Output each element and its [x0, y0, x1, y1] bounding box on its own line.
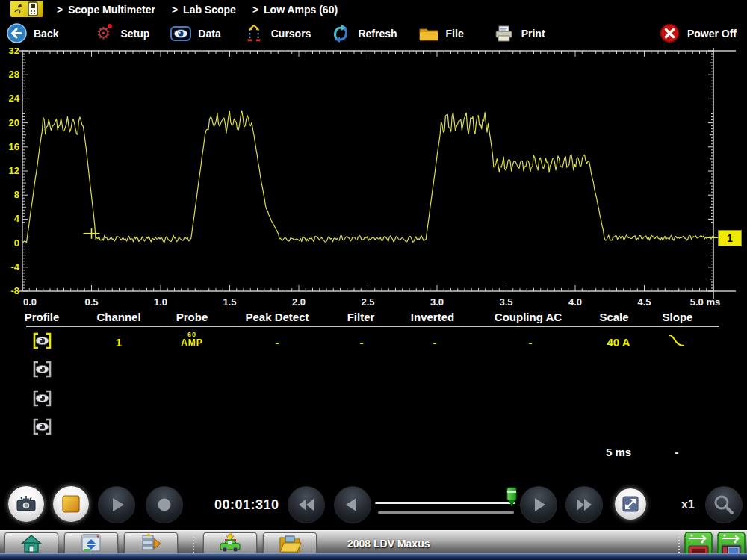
step-forward-button[interactable]	[520, 486, 557, 523]
y-tick-label: 0	[0, 238, 19, 249]
skip-back-button[interactable]	[288, 486, 325, 523]
col-header-channel: Channel	[96, 311, 140, 323]
refresh-loop-icon	[330, 23, 351, 44]
file-label: File	[446, 28, 464, 40]
x-tick-label: 4.0	[568, 296, 582, 308]
sweep-slope-value[interactable]: -	[675, 446, 679, 458]
y-tick-label: 32	[0, 48, 19, 56]
x-tick-label: 4.5	[637, 296, 651, 308]
data-button[interactable]: Data	[170, 23, 220, 44]
handheld-device-icon	[12, 1, 42, 16]
active-vehicle-label[interactable]: 2008 LDV Maxus	[347, 538, 430, 550]
inverted-value[interactable]: -	[433, 336, 437, 349]
x-tick-label: 1.0	[154, 296, 167, 308]
left-triangle-icon	[339, 491, 366, 518]
stop-button[interactable]	[53, 486, 89, 522]
peak-detect-value[interactable]: -	[276, 336, 279, 349]
probe-60amp-badge[interactable]: 60 AMP	[181, 331, 203, 347]
breadcrumb-item: >Scope Multimeter	[57, 4, 155, 16]
sweep-scale-value[interactable]: 5 ms	[606, 446, 631, 458]
back-button[interactable]: Back	[6, 23, 58, 44]
double-left-chevron-icon	[293, 491, 320, 518]
profile-eye-channel-2[interactable]	[32, 361, 52, 378]
taskbar-scope-multimeter-button[interactable]	[64, 532, 118, 555]
slider-track[interactable]	[375, 502, 515, 504]
taskbar-home-button[interactable]	[4, 532, 58, 555]
right-triangle-icon	[525, 491, 552, 518]
breadcrumb-item: >Lab Scope	[172, 4, 236, 16]
file-button[interactable]: File	[418, 23, 464, 44]
folder-icon	[418, 23, 439, 44]
y-tick-label: -8	[0, 286, 19, 296]
data-manager-folder-icon	[278, 533, 302, 554]
slider-track-secondary	[378, 511, 514, 514]
refresh-label: Refresh	[358, 28, 397, 40]
breadcrumb-item: >Low Amps (60)	[252, 4, 338, 16]
taskbar-vehicle-button[interactable]	[203, 532, 257, 555]
channel-settings-table: Profile Channel Probe Peak Detect Filter…	[0, 310, 747, 482]
y-tick-label: 8	[0, 190, 19, 200]
play-button[interactable]	[98, 486, 135, 523]
gear-icon: ⚙	[93, 23, 114, 44]
scope-plot: 322824201612840-4-8 0.00.51.01.52.02.53.…	[0, 48, 747, 310]
timestamp: 00:01:310	[214, 497, 279, 513]
zoom-level-label: x1	[681, 498, 695, 511]
record-button[interactable]	[146, 486, 183, 523]
col-header-filter: Filter	[347, 311, 375, 323]
fast-track-logo[interactable]	[10, 1, 43, 17]
x-tick-label: 3.5	[499, 296, 512, 308]
channel-1-marker[interactable]: 1	[718, 230, 742, 246]
play-icon	[103, 491, 130, 518]
x-tick-label: 0.0	[23, 296, 37, 308]
col-header-coupling: Coupling AC	[495, 311, 562, 323]
position-slider-thumb[interactable]	[506, 487, 518, 508]
scale-value[interactable]: 40 A	[607, 336, 630, 349]
col-header-scale: Scale	[599, 311, 628, 323]
record-circle-icon	[151, 491, 178, 518]
y-tick-label: 4	[0, 214, 19, 224]
back-label: Back	[34, 28, 58, 40]
profile-eye-channel-3[interactable]	[32, 390, 52, 407]
filter-value[interactable]: -	[360, 336, 364, 349]
scope-multimeter-icon	[80, 533, 102, 554]
y-tick-label: 16	[0, 142, 19, 152]
falling-slope-icon[interactable]	[667, 332, 686, 351]
expand-arrows-icon	[621, 494, 640, 514]
back-arrow-icon	[6, 23, 27, 44]
step-back-button[interactable]	[334, 486, 371, 523]
profile-eye-channel-4[interactable]	[32, 418, 52, 435]
taskbar-bottom-strip	[0, 553, 747, 560]
data-label: Data	[198, 28, 220, 40]
x-tick-label: 5.0 ms	[690, 296, 720, 308]
x-tick-label: 1.5	[223, 296, 236, 308]
camera-icon	[15, 494, 37, 514]
table-header-underline	[26, 326, 719, 327]
profile-eye-channel-1-selected[interactable]	[32, 332, 52, 349]
taskbar-scanner-button[interactable]	[124, 532, 178, 555]
taskbar-data-manager-button[interactable]	[263, 532, 317, 555]
magnifier-button[interactable]	[705, 486, 743, 523]
x-tick-label: 3.0	[430, 296, 444, 308]
stop-square-icon	[61, 494, 81, 514]
magnifier-icon	[711, 492, 737, 517]
coupling-value[interactable]: -	[529, 336, 533, 349]
cursors-button[interactable]: Cursors	[244, 23, 311, 44]
power-off-label: Power Off	[687, 28, 737, 40]
refresh-button[interactable]: Refresh	[330, 23, 397, 44]
col-header-profile: Profile	[25, 311, 60, 323]
channel-number: 1	[116, 336, 122, 349]
cursors-label: Cursors	[271, 28, 311, 40]
power-off-button[interactable]: Power Off	[660, 23, 737, 44]
skip-forward-button[interactable]	[565, 486, 603, 523]
col-header-probe: Probe	[176, 311, 208, 323]
snapshot-button[interactable]	[8, 486, 44, 522]
setup-button[interactable]: ⚙ Setup	[93, 23, 149, 44]
scope-multimeter-app: >Scope Multimeter >Lab Scope >Low Amps (…	[0, 0, 747, 560]
taskbar-separator	[193, 533, 194, 553]
zoom-tool-button[interactable]	[615, 488, 646, 520]
x-tick-label: 0.5	[84, 296, 98, 308]
print-button[interactable]: Print	[494, 23, 545, 44]
y-tick-label: 20	[0, 118, 19, 128]
x-tick-label: 2.5	[361, 296, 374, 308]
col-header-peak-detect: Peak Detect	[245, 311, 309, 323]
